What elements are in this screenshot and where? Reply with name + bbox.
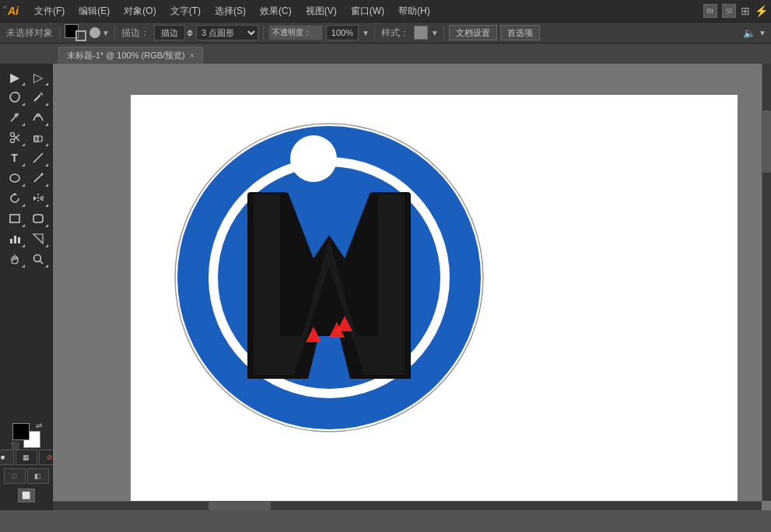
menu-file[interactable]: 文件(F) — [28, 3, 71, 19]
logo-artwork[interactable] — [170, 110, 489, 447]
reflect-tool-btn[interactable] — [27, 189, 49, 208]
style-label: 样式： — [380, 26, 411, 40]
selection-tool-btn[interactable]: ▶ — [4, 68, 26, 86]
tools-panel: « ▶ ▷ — [0, 64, 53, 510]
svg-point-28 — [290, 135, 337, 182]
menu-effect[interactable]: 效果(C) — [254, 3, 298, 19]
menu-help[interactable]: 帮助(H) — [392, 3, 436, 19]
svg-rect-19 — [18, 237, 20, 243]
no-fill-btn[interactable]: ⊘ — [39, 450, 54, 465]
stroke-stepper[interactable] — [154, 25, 193, 40]
magic-wand-tool-btn[interactable] — [27, 88, 49, 107]
rotate-tool-btn[interactable] — [4, 189, 26, 208]
stroke-label: 描边： — [120, 26, 151, 40]
normal-mode-btn[interactable]: □ — [4, 468, 26, 484]
zoom-tool-btn[interactable] — [27, 250, 49, 268]
paintbrush-tool-btn[interactable] — [27, 169, 49, 187]
tool-row-9 — [0, 229, 52, 249]
speaker-icon[interactable]: 🔈 — [743, 27, 755, 39]
menu-window[interactable]: 窗口(W) — [345, 3, 391, 19]
menu-bar: Ai 文件(F) 编辑(E) 对象(O) 文字(T) 选择(S) 效果(C) 视… — [0, 0, 771, 22]
toolbar-main: 未选择对象 ▼ 描边： 3 点圆形 不透明度： ▼ 样式： ▼ 文档设置 首选项… — [0, 22, 771, 44]
divider-1 — [59, 26, 60, 40]
solid-fill-btn[interactable]: ■ — [0, 450, 14, 465]
horizontal-scroll-thumb[interactable] — [209, 502, 271, 510]
color-area: ⇌ ⬛ ■ ▦ ⊘ □ ◧ ⬜ — [0, 420, 53, 507]
type-tool-btn[interactable]: T — [4, 149, 26, 167]
more-options-arrow[interactable]: ▼ — [759, 29, 766, 37]
divider-2 — [114, 26, 115, 40]
line-tool-btn[interactable] — [27, 149, 49, 167]
opacity-slider-track[interactable]: 不透明度： — [268, 25, 323, 40]
opacity-dropdown-arrow[interactable]: ▼ — [362, 29, 370, 37]
fill-color-swatch-tools[interactable] — [12, 423, 30, 440]
lightning-icon[interactable]: ⚡ — [755, 5, 768, 17]
color-swatches: ⇌ ⬛ — [12, 423, 40, 448]
fill-style-row: ■ ▦ ⊘ — [0, 450, 53, 465]
svg-point-5 — [10, 133, 14, 137]
brush-selector[interactable]: ▼ — [89, 27, 110, 38]
svg-rect-16 — [33, 215, 43, 222]
doc-settings-btn[interactable]: 文档设置 — [449, 25, 497, 40]
tab-close-btn[interactable]: × — [190, 51, 195, 60]
bridge-icon[interactable]: Br — [703, 4, 717, 18]
svg-point-4 — [10, 139, 14, 143]
svg-line-0 — [34, 95, 40, 101]
stroke-up-arrow[interactable] — [187, 30, 193, 33]
rounded-rect-tool-btn[interactable] — [27, 209, 49, 228]
tab-bar: 未标题-1* @ 100% (RGB/预览) × — [0, 44, 771, 64]
svg-line-22 — [40, 261, 43, 264]
canvas-area[interactable] — [53, 64, 771, 510]
stock-icon[interactable]: St — [722, 4, 736, 18]
bar-chart-tool-btn[interactable] — [4, 229, 26, 248]
svg-rect-18 — [14, 236, 16, 243]
tool-row-5: T — [0, 148, 52, 168]
brush-dropdown-arrow[interactable]: ▼ — [102, 29, 110, 37]
artboard-icon[interactable]: ⬜ — [18, 488, 35, 502]
scissors-tool-btn[interactable] — [4, 128, 26, 147]
vertical-scroll-thumb[interactable] — [762, 110, 771, 173]
menu-view[interactable]: 视图(V) — [300, 3, 343, 19]
hand-tool-btn[interactable] — [4, 250, 26, 268]
stroke-style-select[interactable]: 3 点圆形 — [196, 25, 258, 40]
opacity-input[interactable] — [326, 25, 359, 40]
slice-tool-btn[interactable] — [27, 229, 49, 248]
curvature-tool-btn[interactable] — [27, 108, 49, 127]
tab-title: 未标题-1* @ 100% (RGB/预览) — [67, 50, 185, 61]
menu-text[interactable]: 文字(T) — [164, 3, 207, 19]
swap-colors-icon[interactable]: ⇌ — [36, 422, 42, 430]
horizontal-scrollbar[interactable] — [53, 501, 762, 510]
rectangle-tool-btn[interactable] — [4, 209, 26, 228]
divider-5 — [443, 26, 444, 40]
grid-icon[interactable]: ⊞ — [741, 5, 750, 17]
menu-object[interactable]: 对象(O) — [117, 3, 162, 19]
menu-select[interactable]: 选择(S) — [209, 3, 252, 19]
style-dropdown-arrow[interactable]: ▼ — [431, 29, 439, 37]
menu-edit[interactable]: 编辑(E) — [72, 3, 116, 19]
view-mode-row: □ ◧ — [1, 467, 52, 485]
tool-row-8 — [0, 208, 52, 229]
tool-row-4 — [0, 128, 52, 148]
reset-colors-icon[interactable]: ⬛ — [11, 442, 19, 450]
eraser-tool-btn[interactable] — [27, 128, 49, 147]
stroke-down-arrow[interactable] — [187, 33, 193, 37]
fill-color-swatch[interactable] — [65, 24, 86, 41]
pen-tool-btn[interactable] — [4, 108, 26, 127]
ellipse-tool-btn[interactable] — [4, 169, 26, 187]
vertical-scrollbar[interactable] — [762, 64, 771, 501]
document-tab[interactable]: 未标题-1* @ 100% (RGB/预览) × — [58, 47, 203, 64]
preview-mode-btn[interactable]: ◧ — [27, 468, 49, 484]
style-swatch[interactable] — [414, 26, 428, 40]
stroke-input[interactable] — [154, 25, 185, 40]
tool-row-2 — [0, 87, 52, 107]
direct-select-tool-btn[interactable]: ▷ — [27, 68, 49, 86]
gradient-fill-btn[interactable]: ▦ — [16, 450, 37, 465]
toolbar-right: 🔈 ▼ — [743, 27, 766, 39]
preferences-btn[interactable]: 首选项 — [500, 25, 540, 40]
lasso-tool-btn[interactable] — [4, 88, 26, 107]
artboard-toggle[interactable]: ⬜ — [16, 487, 37, 504]
svg-point-11 — [10, 174, 19, 182]
main-layout: « ▶ ▷ — [0, 64, 771, 510]
svg-rect-15 — [10, 215, 19, 222]
tool-row-3 — [0, 107, 52, 128]
